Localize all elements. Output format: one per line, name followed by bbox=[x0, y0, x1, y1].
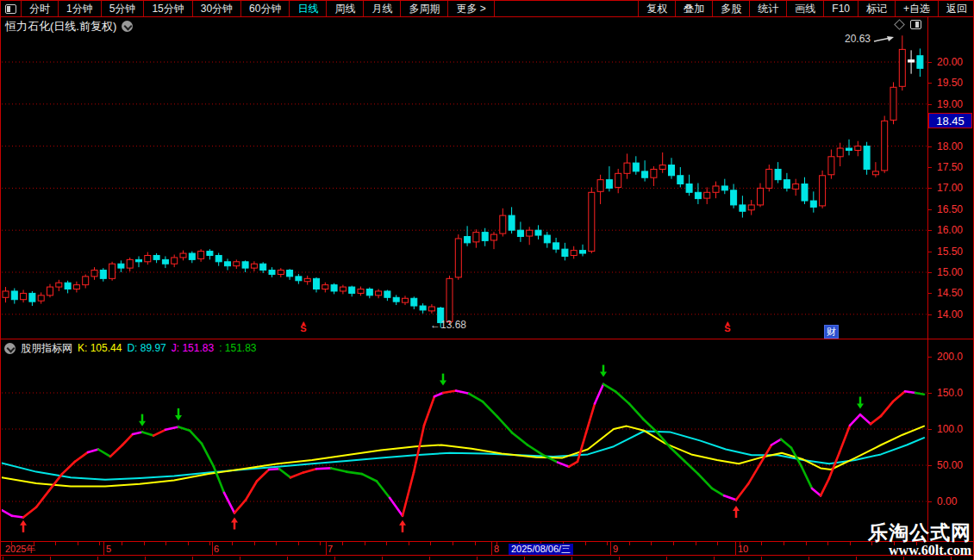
candle-body[interactable] bbox=[278, 271, 284, 275]
candle-body[interactable] bbox=[3, 291, 9, 297]
toolbar-item-统计[interactable]: 统计 bbox=[749, 1, 786, 16]
candle-body[interactable] bbox=[234, 262, 240, 266]
candle-body[interactable] bbox=[153, 255, 159, 259]
date-label[interactable]: 2025年 bbox=[5, 544, 35, 555]
candle-body[interactable] bbox=[500, 215, 506, 233]
candle-body[interactable] bbox=[899, 49, 905, 86]
diamond-icon[interactable] bbox=[894, 19, 905, 30]
candlestick-plot[interactable] bbox=[2, 34, 927, 339]
toolbar-item-1分钟[interactable]: 1分钟 bbox=[59, 1, 102, 16]
candle-body[interactable] bbox=[669, 165, 675, 176]
candle-body[interactable] bbox=[136, 259, 142, 261]
candle-body[interactable] bbox=[580, 251, 586, 253]
toolbar-item-多周期[interactable]: 多周期 bbox=[401, 1, 448, 16]
candle-body[interactable] bbox=[65, 283, 71, 289]
toolbar-item-标记[interactable]: 标记 bbox=[858, 1, 895, 16]
candle-body[interactable] bbox=[109, 264, 116, 278]
candle-body[interactable] bbox=[215, 255, 222, 261]
candle-body[interactable] bbox=[473, 233, 479, 242]
candle-body[interactable] bbox=[802, 184, 808, 202]
candle-body[interactable] bbox=[606, 180, 612, 189]
candle-body[interactable] bbox=[882, 121, 888, 171]
candle-body[interactable] bbox=[615, 173, 621, 187]
candle-body[interactable] bbox=[793, 184, 799, 190]
candle-body[interactable] bbox=[180, 253, 186, 258]
candle-body[interactable] bbox=[118, 264, 124, 268]
candle-body[interactable] bbox=[376, 291, 382, 296]
indicator-dropdown-icon[interactable] bbox=[4, 343, 16, 354]
candle-body[interactable] bbox=[172, 258, 178, 264]
candle-body[interactable] bbox=[748, 205, 754, 210]
candle-body[interactable] bbox=[384, 291, 390, 297]
candle-body[interactable] bbox=[358, 289, 364, 294]
candle-body[interactable] bbox=[420, 306, 426, 310]
candle-body[interactable] bbox=[571, 251, 577, 256]
candle-body[interactable] bbox=[642, 171, 648, 177]
candle-body[interactable] bbox=[100, 271, 106, 279]
date-label[interactable]: 10 bbox=[738, 544, 748, 555]
title-dropdown-icon[interactable] bbox=[122, 21, 133, 32]
selected-date-label[interactable]: 2025/08/06/三 bbox=[509, 544, 573, 555]
candle-body[interactable] bbox=[589, 192, 595, 251]
candle-body[interactable] bbox=[908, 60, 915, 62]
candle-body[interactable] bbox=[287, 271, 293, 277]
candle-body[interactable] bbox=[340, 287, 346, 291]
toolbar-item-复权[interactable]: 复权 bbox=[638, 1, 675, 16]
toolbar-item-月线[interactable]: 月线 bbox=[364, 1, 401, 16]
toolbar-item-画线[interactable]: 画线 bbox=[786, 1, 823, 16]
candle-body[interactable] bbox=[366, 289, 372, 296]
candle-body[interactable] bbox=[83, 277, 89, 285]
candle-body[interactable] bbox=[820, 176, 826, 206]
date-label[interactable]: 9 bbox=[613, 544, 618, 555]
toolbar-item-15分钟[interactable]: 15分钟 bbox=[144, 1, 192, 16]
date-label[interactable]: 5 bbox=[106, 544, 111, 555]
candle-body[interactable] bbox=[659, 165, 665, 170]
date-axis[interactable]: 2025年56782025/08/06/三910 bbox=[1, 541, 974, 556]
candle-body[interactable] bbox=[455, 239, 461, 277]
date-label[interactable]: 6 bbox=[214, 544, 219, 555]
candle-body[interactable] bbox=[731, 190, 737, 205]
candle-body[interactable] bbox=[269, 271, 275, 275]
candle-body[interactable] bbox=[828, 157, 834, 175]
toolbar-item-5分钟[interactable]: 5分钟 bbox=[102, 1, 145, 16]
indicator-name[interactable]: 股朋指标网 bbox=[21, 341, 72, 356]
candle-body[interactable] bbox=[917, 56, 923, 69]
candle-body[interactable] bbox=[251, 264, 257, 268]
candle-body[interactable] bbox=[544, 235, 550, 243]
candle-body[interactable] bbox=[810, 201, 816, 207]
toolbar-item-30分钟[interactable]: 30分钟 bbox=[193, 1, 241, 16]
date-label[interactable]: 8 bbox=[494, 544, 499, 555]
layout-toggle-icon[interactable] bbox=[1, 1, 22, 16]
candle-body[interactable] bbox=[651, 169, 657, 177]
candle-body[interactable] bbox=[207, 252, 213, 256]
candle-body[interactable] bbox=[766, 169, 772, 188]
candle-body[interactable] bbox=[624, 163, 630, 173]
candle-body[interactable] bbox=[855, 146, 861, 151]
candle-body[interactable] bbox=[517, 230, 523, 236]
candle-body[interactable] bbox=[162, 259, 168, 264]
cai-badge[interactable]: 财 bbox=[824, 325, 839, 339]
candle-body[interactable] bbox=[509, 215, 515, 230]
candle-body[interactable] bbox=[846, 148, 852, 150]
candle-body[interactable] bbox=[872, 171, 878, 175]
toolbar-item-叠加[interactable]: 叠加 bbox=[675, 1, 712, 16]
candle-body[interactable] bbox=[864, 146, 870, 170]
candle-body[interactable] bbox=[704, 192, 710, 198]
date-label[interactable]: 7 bbox=[328, 544, 333, 555]
candle-body[interactable] bbox=[393, 297, 399, 302]
candle-body[interactable] bbox=[465, 237, 471, 243]
candle-body[interactable] bbox=[491, 234, 497, 240]
indicator-plot[interactable] bbox=[2, 358, 927, 541]
candle-body[interactable] bbox=[198, 252, 204, 259]
candle-body[interactable] bbox=[758, 188, 764, 205]
candle-body[interactable] bbox=[837, 148, 843, 157]
toolbar-item-多股[interactable]: 多股 bbox=[712, 1, 749, 16]
candle-body[interactable] bbox=[56, 283, 62, 287]
candle-body[interactable] bbox=[127, 259, 133, 268]
candle-body[interactable] bbox=[740, 205, 746, 211]
candle-body[interactable] bbox=[403, 298, 409, 302]
candle-body[interactable] bbox=[535, 230, 541, 235]
candle-body[interactable] bbox=[446, 278, 453, 321]
candle-body[interactable] bbox=[11, 291, 17, 300]
candle-body[interactable] bbox=[304, 278, 310, 281]
